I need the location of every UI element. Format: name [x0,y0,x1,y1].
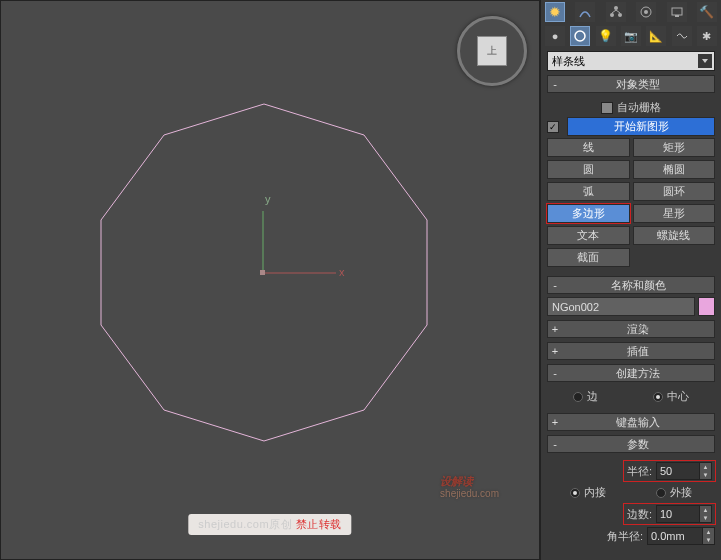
color-swatch[interactable] [698,297,715,316]
autogrid-label: 自动栅格 [617,100,661,115]
corner-radius-input[interactable] [647,527,703,545]
axis-origin [260,270,265,275]
viewport[interactable]: y x 上 设解读 shejiedu.com shejiedu.com原创 禁止… [0,0,540,560]
collapse-icon: - [548,438,562,450]
inscribed-label: 内接 [584,485,606,500]
spinner-down-icon[interactable]: ▼ [700,471,711,479]
systems-icon[interactable]: ✱ [697,26,717,46]
svg-point-3 [641,7,651,17]
axis-x-label: x [339,266,345,278]
collapse-icon: - [548,78,562,90]
command-panel: ✹ 🔨 ● 💡 📷 📐 ✱ 样条线 - 对象类型 自动栅格 开始新图形 [540,0,721,560]
circle-button[interactable]: 圆 [547,160,630,179]
radius-spinner[interactable]: ▲▼ [656,462,712,480]
rollout-name-color[interactable]: - 名称和颜色 [547,276,715,294]
create-tab[interactable]: ✹ [545,2,565,22]
display-tab[interactable] [667,2,687,22]
section-button[interactable]: 截面 [547,248,630,267]
svg-point-1 [610,13,614,17]
corner-radius-label: 角半径: [607,529,643,544]
dropdown-arrow-icon [698,54,712,68]
viewcube[interactable]: 上 [457,16,527,86]
ellipse-button[interactable]: 椭圆 [633,160,716,179]
spinner-up-icon[interactable]: ▲ [703,528,714,536]
star-button[interactable]: 星形 [633,204,716,223]
axis-y-label: y [265,193,271,205]
spinner-down-icon[interactable]: ▼ [703,536,714,544]
radius-input[interactable] [656,462,700,480]
shape-category-dropdown[interactable]: 样条线 [547,51,715,71]
helpers-icon[interactable]: 📐 [646,26,666,46]
line-button[interactable]: 线 [547,138,630,157]
radius-label: 半径: [627,464,652,479]
spinner-up-icon[interactable]: ▲ [700,463,711,471]
circumscribed-label: 外接 [670,485,692,500]
object-type-body: 自动栅格 开始新图形 线 矩形 圆 椭圆 弧 圆环 多边形 星形 文本 螺旋线 … [547,95,715,272]
startnewshape-button[interactable]: 开始新图形 [567,117,715,136]
svg-point-4 [644,10,648,14]
watermark-logo: 设解读 shejiedu.com [440,460,499,499]
object-name-input[interactable] [547,297,695,316]
expand-icon: + [548,416,562,428]
rollout-creation-method[interactable]: - 创建方法 [547,364,715,382]
expand-icon: + [548,345,562,357]
dropdown-value: 样条线 [552,54,585,69]
svg-point-2 [618,13,622,17]
viewcube-face-top[interactable]: 上 [477,36,507,66]
sides-input[interactable] [656,505,700,523]
inscribed-radio[interactable] [570,488,580,498]
panel-tabs-row2: ● 💡 📷 📐 ✱ [541,24,721,48]
rollout-object-type[interactable]: - 对象类型 [547,75,715,93]
sides-spinner[interactable]: ▲▼ [656,505,712,523]
edge-radio[interactable] [573,392,583,402]
center-radio[interactable] [653,392,663,402]
helix-button[interactable]: 螺旋线 [633,226,716,245]
circumscribed-radio[interactable] [656,488,666,498]
panel-tabs-row1: ✹ 🔨 [541,0,721,24]
cameras-icon[interactable]: 📷 [621,26,641,46]
autogrid-checkbox[interactable] [601,102,613,114]
modify-tab[interactable] [575,2,595,22]
arc-button[interactable]: 弧 [547,182,630,201]
motion-tab[interactable] [636,2,656,22]
rollout-interpolation[interactable]: + 插值 [547,342,715,360]
svg-rect-5 [672,8,682,15]
center-label: 中心 [667,389,689,404]
sides-label: 边数: [627,507,652,522]
ngon-button[interactable]: 多边形 [547,204,630,223]
geometry-icon[interactable]: ● [545,26,565,46]
spinner-down-icon[interactable]: ▼ [700,514,711,522]
collapse-icon: - [548,367,562,379]
lights-icon[interactable]: 💡 [596,26,616,46]
corner-radius-spinner[interactable]: ▲▼ [647,527,715,545]
rollout-render[interactable]: + 渲染 [547,320,715,338]
utilities-tab[interactable]: 🔨 [697,2,717,22]
watermark-bar: shejiedu.com原创 禁止转载 [188,514,351,535]
collapse-icon: - [548,279,562,291]
svg-point-7 [575,31,585,41]
svg-point-0 [614,6,618,10]
donut-button[interactable]: 圆环 [633,182,716,201]
text-button[interactable]: 文本 [547,226,630,245]
startnewshape-checkbox[interactable] [547,121,559,133]
rectangle-button[interactable]: 矩形 [633,138,716,157]
rollout-keyboard-entry[interactable]: + 键盘输入 [547,413,715,431]
rollout-parameters[interactable]: - 参数 [547,435,715,453]
hierarchy-tab[interactable] [606,2,626,22]
spinner-up-icon[interactable]: ▲ [700,506,711,514]
expand-icon: + [548,323,562,335]
spacewarps-icon[interactable] [672,26,692,46]
shapes-icon[interactable] [570,26,590,46]
edge-label: 边 [587,389,598,404]
svg-rect-6 [675,15,679,17]
